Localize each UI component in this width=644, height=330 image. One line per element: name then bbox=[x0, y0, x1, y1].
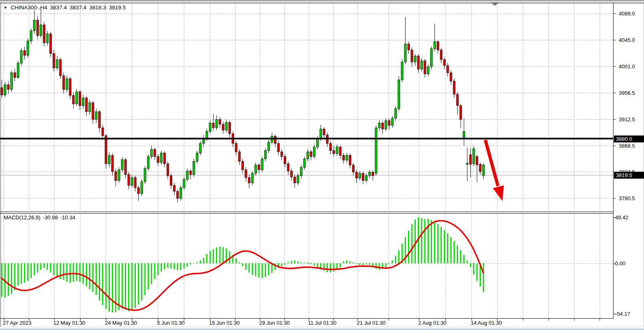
ohlc-low: 3818.3 bbox=[90, 4, 106, 11]
macd-signal-value: -10.34 bbox=[60, 214, 75, 221]
time-axis-label: 24 May 01:30 bbox=[105, 320, 137, 326]
ohlc-high: 3837.4 bbox=[70, 4, 86, 11]
chart-shift-marker-icon[interactable] bbox=[491, 2, 499, 6]
macd-main-value: -30.98 bbox=[43, 214, 58, 221]
time-axis-label: 27 Apr 2023 bbox=[3, 320, 31, 326]
chart-window: ▼CHINA300-,H43837.43837.43818.33819.5 MA… bbox=[0, 0, 644, 330]
price-axis-label: 3956.5 bbox=[619, 90, 635, 96]
price-axis-label: 4045.0 bbox=[619, 37, 635, 43]
time-axis-label: 14 Aug 01:30 bbox=[471, 320, 502, 326]
symbol-period-label: CHINA300-,H4 bbox=[11, 4, 47, 11]
price-axis-label: 4089.0 bbox=[619, 11, 635, 17]
chart-header: ▼CHINA300-,H43837.43837.43818.33819.5 bbox=[4, 4, 126, 11]
price-axis-label: 3780.5 bbox=[619, 195, 635, 201]
price-axis-label: 4001.0 bbox=[619, 63, 635, 70]
down-arrow-icon bbox=[485, 140, 504, 201]
time-axis-label: 12 May 01:30 bbox=[53, 320, 85, 326]
macd-axis-min: -54.17 bbox=[615, 311, 630, 317]
macd-axis-zero: 0.00 bbox=[615, 260, 625, 267]
horizontal-price-line[interactable] bbox=[0, 138, 613, 140]
time-axis-label: 2 Aug 01:30 bbox=[418, 320, 446, 326]
chevron-down-icon: ▼ bbox=[4, 6, 7, 10]
candlesticks-layer bbox=[1, 7, 485, 203]
price-axis-label: 3912.5 bbox=[619, 116, 635, 122]
price-line-badge: 3880.0 bbox=[614, 135, 644, 142]
time-axis-label: 5 Jun 01:30 bbox=[157, 320, 185, 326]
time-axis-label: 15 Jun 01:30 bbox=[209, 320, 240, 326]
ohlc-open: 3837.4 bbox=[50, 4, 67, 11]
chart-canvas[interactable] bbox=[0, 0, 644, 330]
time-axis-label: 21 Jul 01:30 bbox=[357, 320, 386, 326]
macd-axis-max: 49.42 bbox=[615, 214, 629, 221]
bid-price-badge: 3819.5 bbox=[614, 172, 644, 179]
price-axis-label: 3868.5 bbox=[619, 143, 635, 149]
ohlc-close: 3819.5 bbox=[109, 4, 126, 11]
gridlines-layer bbox=[0, 3, 613, 318]
time-axis-label: 11 Jul 01:30 bbox=[308, 320, 336, 326]
macd-histogram-layer bbox=[1, 217, 484, 313]
macd-name: MACD(12,26,9) bbox=[4, 214, 40, 221]
time-axis-label: 29 Jun 01:30 bbox=[259, 320, 290, 326]
macd-indicator-label: MACD(12,26,9)-30.98-10.34 bbox=[4, 214, 75, 221]
